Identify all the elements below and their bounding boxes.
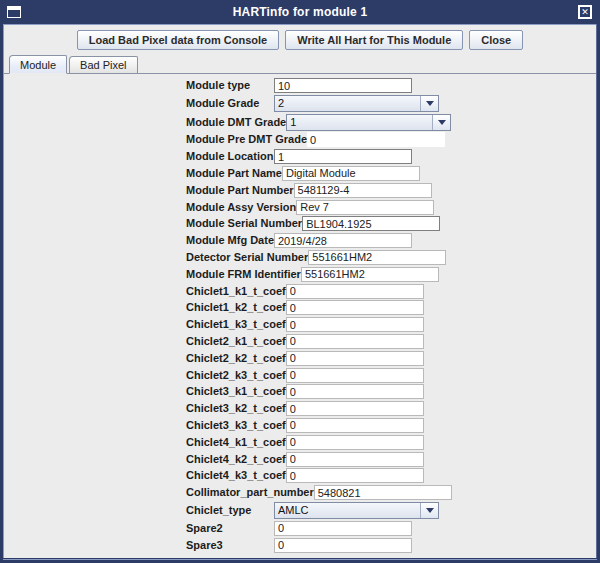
spare3-field[interactable]	[274, 538, 412, 553]
window-title: HARTinfo for module 1	[3, 5, 597, 19]
module-assy-version-label: Module Assy Version	[186, 200, 296, 215]
chevron-down-icon[interactable]	[420, 96, 438, 111]
module-assy-version-field[interactable]	[296, 200, 434, 215]
load-bad-pixel-button[interactable]: Load Bad Pixel data from Console	[77, 30, 279, 50]
chiclet1-k2-t-coef-label: Chiclet1_k2_t_coef	[186, 300, 286, 315]
chiclet1-k1-t-coef-label: Chiclet1_k1_t_coef	[186, 284, 286, 299]
hartinfo-window: HARTinfo for module 1 ✕ Load Bad Pixel d…	[0, 0, 600, 563]
combo-arrow-glyph	[438, 120, 446, 125]
form-row: Module Pre DMT Grade	[186, 132, 452, 147]
module-dmt-grade-combobox-value: 1	[287, 116, 432, 128]
combo-arrow-glyph	[426, 508, 434, 513]
chiclet1-k3-t-coef-field[interactable]	[286, 317, 424, 332]
collimator-part-number-label: Collimator_part_number	[186, 485, 314, 500]
module-frm-identifier-field[interactable]	[301, 267, 439, 282]
spare2-label: Spare2	[186, 521, 274, 536]
module-pre-dmt-grade-label: Module Pre DMT Grade	[186, 132, 307, 147]
module-grade-combobox[interactable]: 2	[274, 95, 439, 112]
write-all-hart-button[interactable]: Write All Hart for This Module	[285, 30, 463, 50]
client-area: Load Bad Pixel data from Console Write A…	[3, 24, 597, 558]
collimator-part-number-field[interactable]	[314, 485, 452, 500]
chiclet4-k2-t-coef-field[interactable]	[286, 452, 424, 467]
form-row: Chiclet4_k2_t_coef	[186, 452, 452, 467]
chevron-down-icon[interactable]	[420, 503, 438, 518]
chiclet1-k2-t-coef-field[interactable]	[286, 300, 424, 315]
chiclet2-k2-t-coef-label: Chiclet2_k2_t_coef	[186, 351, 286, 366]
chiclet1-k1-t-coef-field[interactable]	[286, 284, 424, 299]
detector-serial-number-label: Detector Serial Number	[186, 250, 308, 265]
module-part-name-field[interactable]	[282, 166, 420, 181]
module-part-number-field[interactable]	[294, 183, 432, 198]
close-icon[interactable]: ✕	[578, 5, 592, 19]
chiclet3-k1-t-coef-label: Chiclet3_k1_t_coef	[186, 384, 286, 399]
form-row: Spare2	[186, 521, 452, 536]
module-dmt-grade-label: Module DMT Grade	[186, 115, 286, 130]
module-serial-number-field[interactable]	[302, 216, 440, 231]
form-row: Chiclet2_k2_t_coef	[186, 351, 452, 366]
form-row: Chiclet4_k1_t_coef	[186, 435, 452, 450]
chiclet1-k3-t-coef-label: Chiclet1_k3_t_coef	[186, 317, 286, 332]
chiclet4-k1-t-coef-field[interactable]	[286, 435, 424, 450]
form-row: Chiclet3_k1_t_coef	[186, 384, 452, 399]
title-bar: HARTinfo for module 1 ✕	[3, 0, 597, 24]
toolbar: Load Bad Pixel data from Console Write A…	[4, 24, 596, 52]
form-row: Module Mfg Date	[186, 233, 452, 248]
tab-module[interactable]: Module	[9, 55, 67, 74]
module-mfg-date-field[interactable]	[274, 233, 412, 248]
module-part-number-label: Module Part Number	[186, 183, 294, 198]
module-pre-dmt-grade-field	[307, 132, 445, 147]
chiclet3-k3-t-coef-label: Chiclet3_k3_t_coef	[186, 418, 286, 433]
tab-strip: Module Bad Pixel	[4, 52, 596, 74]
form-row: Module Serial Number	[186, 216, 452, 231]
chiclet3-k2-t-coef-field[interactable]	[286, 401, 424, 416]
close-button[interactable]: Close	[469, 30, 523, 50]
chiclet-type-combobox[interactable]: AMLC	[274, 502, 439, 519]
form-row: Module FRM Identifier	[186, 267, 452, 282]
module-type-field[interactable]	[274, 78, 412, 93]
form-row: Spare3	[186, 538, 452, 553]
spare3-label: Spare3	[186, 538, 274, 553]
form-row: Module Part Name	[186, 166, 452, 181]
form-row: Chiclet4_k3_t_coef	[186, 468, 452, 483]
form-row: Module Assy Version	[186, 200, 452, 215]
chiclet4-k3-t-coef-field[interactable]	[286, 468, 424, 483]
chiclet3-k1-t-coef-field[interactable]	[286, 384, 424, 399]
chiclet4-k1-t-coef-label: Chiclet4_k1_t_coef	[186, 435, 286, 450]
chiclet2-k1-t-coef-field[interactable]	[286, 334, 424, 349]
module-location-field[interactable]	[274, 149, 412, 164]
module-tab-panel: Module typeModule Grade2Module DMT Grade…	[4, 74, 596, 557]
form-row: Module type	[186, 78, 452, 93]
tab-bad-pixel[interactable]: Bad Pixel	[69, 56, 137, 73]
form-row: Detector Serial Number	[186, 250, 452, 265]
combo-arrow-glyph	[426, 101, 434, 106]
chiclet2-k3-t-coef-field[interactable]	[286, 368, 424, 383]
chiclet4-k3-t-coef-label: Chiclet4_k3_t_coef	[186, 468, 286, 483]
module-grade-label: Module Grade	[186, 96, 274, 111]
chiclet3-k2-t-coef-label: Chiclet3_k2_t_coef	[186, 401, 286, 416]
chevron-down-icon[interactable]	[432, 115, 450, 130]
chiclet3-k3-t-coef-field[interactable]	[286, 418, 424, 433]
form-row: Chiclet1_k2_t_coef	[186, 300, 452, 315]
form-row: Module Grade2	[186, 95, 452, 112]
chiclet2-k2-t-coef-field[interactable]	[286, 351, 424, 366]
module-part-name-label: Module Part Name	[186, 166, 282, 181]
form-row: Chiclet3_k3_t_coef	[186, 418, 452, 433]
detector-serial-number-field[interactable]	[308, 250, 446, 265]
chiclet-type-combobox-value: AMLC	[275, 504, 420, 516]
spare2-field[interactable]	[274, 521, 412, 536]
chiclet2-k3-t-coef-label: Chiclet2_k3_t_coef	[186, 368, 286, 383]
form-row: Module Part Number	[186, 183, 452, 198]
form-row: Module Location	[186, 149, 452, 164]
form-row: Module DMT Grade1	[186, 114, 452, 131]
module-frm-identifier-label: Module FRM Identifier	[186, 267, 301, 282]
module-grade-combobox-value: 2	[275, 97, 420, 109]
form-row: Chiclet1_k3_t_coef	[186, 317, 452, 332]
chiclet2-k1-t-coef-label: Chiclet2_k1_t_coef	[186, 334, 286, 349]
form-row: Chiclet_typeAMLC	[186, 502, 452, 519]
module-serial-number-label: Module Serial Number	[186, 216, 302, 231]
form-row: Collimator_part_number	[186, 485, 452, 500]
module-dmt-grade-combobox[interactable]: 1	[286, 114, 451, 131]
window-frame-highlight	[3, 559, 597, 560]
module-location-label: Module Location	[186, 149, 274, 164]
form-row: Chiclet2_k3_t_coef	[186, 368, 452, 383]
